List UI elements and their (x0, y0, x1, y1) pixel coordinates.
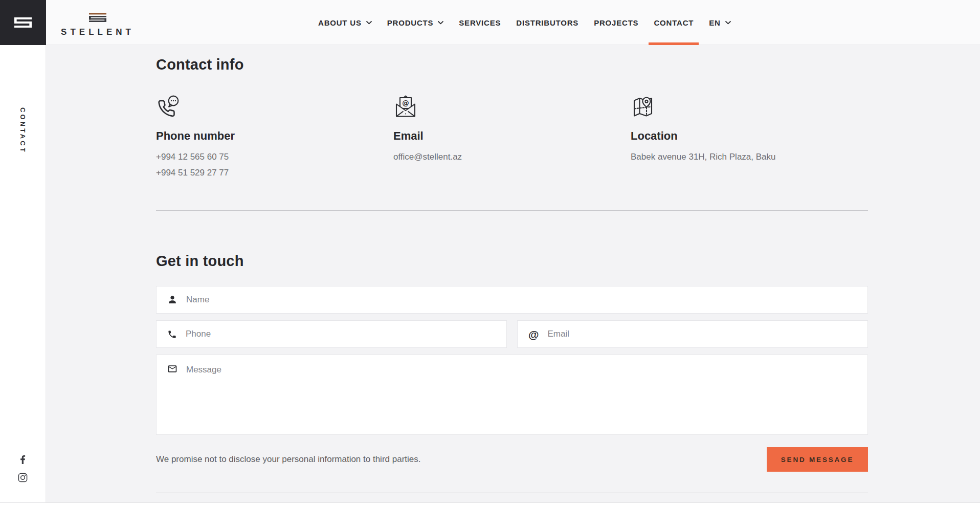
nav-item-about-us[interactable]: ABOUT US (318, 0, 372, 45)
section-divider (156, 210, 868, 211)
map-pin-icon (631, 95, 868, 119)
nav-item-products[interactable]: PRODUCTS (387, 0, 444, 45)
main-content: Contact info (156, 45, 868, 493)
contact-card-phone: Phone number +994 12 565 60 75 +994 51 5… (156, 95, 393, 179)
person-icon (167, 295, 177, 305)
brand-name: STELLENT (60, 27, 135, 37)
nav-item-distributors[interactable]: DISTRIBUTORS (516, 0, 578, 45)
contact-card-location: Location Babek avenue 31H, Rich Plaza, B… (631, 95, 868, 179)
nav-item-contact[interactable]: CONTACT (654, 0, 694, 45)
contact-info-title: Contact info (156, 56, 868, 73)
contact-card-title: Email (393, 129, 631, 143)
phone-number: +994 12 565 60 75 (156, 151, 393, 164)
contact-card-title: Location (631, 129, 868, 143)
nav-item-projects[interactable]: PROJECTS (594, 0, 638, 45)
get-in-touch-title: Get in touch (156, 253, 868, 270)
menu-button[interactable] (0, 0, 46, 45)
phone-chat-icon (156, 95, 393, 119)
phone-field[interactable] (156, 320, 507, 348)
email-field[interactable]: @ (517, 320, 868, 348)
phone-number: +994 51 529 27 77 (156, 167, 393, 180)
contact-page: STELLENT ABOUT US PRODUCTS SERVICES DIST… (0, 0, 980, 507)
section-divider (156, 493, 868, 493)
sidebar-section-label: CONTACT (19, 107, 27, 154)
contact-card-title: Phone number (156, 129, 393, 143)
nav-item-services[interactable]: SERVICES (459, 0, 501, 45)
menu-s-mark-icon (14, 17, 32, 28)
email-address: office@stellent.az (393, 151, 631, 164)
send-message-button[interactable]: SEND MESSAGE (767, 447, 868, 472)
nav-item-language[interactable]: EN (709, 0, 730, 45)
street-address: Babek avenue 31H, Rich Plaza, Baku (631, 151, 868, 164)
left-sidebar: CONTACT (0, 45, 46, 507)
social-links (0, 454, 46, 482)
name-field[interactable] (156, 286, 868, 314)
name-input[interactable] (186, 295, 857, 305)
instagram-icon[interactable] (18, 473, 28, 482)
chevron-down-icon (438, 21, 443, 25)
main-nav: ABOUT US PRODUCTS SERVICES DISTRIBUTORS … (318, 0, 731, 45)
privacy-disclaimer: We promise not to disclose your personal… (156, 454, 421, 465)
header: STELLENT ABOUT US PRODUCTS SERVICES DIST… (0, 0, 980, 45)
phone-icon (167, 329, 177, 339)
footer-strip (0, 502, 980, 507)
brand-logo[interactable]: STELLENT (60, 13, 135, 37)
at-icon: @ (528, 329, 539, 340)
contact-card-email: @ Email office@stellent.az (393, 95, 631, 179)
contact-info-cards: Phone number +994 12 565 60 75 +994 51 5… (156, 95, 868, 179)
phone-input[interactable] (186, 329, 496, 339)
contact-form: @ We promise not to disclose your person… (156, 286, 868, 472)
email-input[interactable] (547, 329, 857, 339)
chevron-down-icon (366, 21, 372, 25)
facebook-icon[interactable] (20, 454, 26, 464)
svg-text:@: @ (402, 99, 409, 107)
brand-logo-icon (88, 13, 107, 24)
email-envelope-icon: @ (393, 95, 631, 119)
chevron-down-icon (725, 21, 731, 25)
message-input[interactable] (186, 364, 857, 424)
envelope-icon (167, 364, 177, 374)
message-field[interactable] (156, 355, 868, 435)
